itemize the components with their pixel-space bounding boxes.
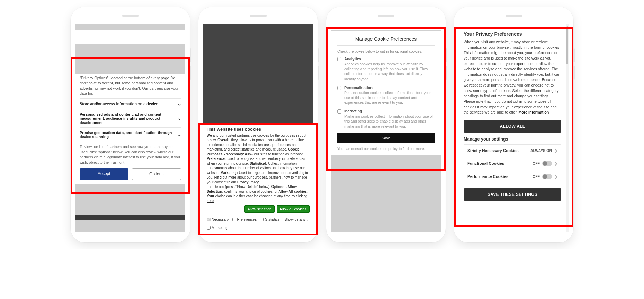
- option-analytics[interactable]: Analytics Analytics cookies help us impr…: [337, 57, 435, 81]
- panel-title: Manage Cookie Preferences: [337, 36, 435, 46]
- phone-side-button: [573, 66, 575, 80]
- option-description: Personalisation cookies collect informat…: [344, 90, 435, 105]
- accept-button[interactable]: Accept: [80, 168, 128, 180]
- phone-screen: Manage Cookie Preferences Check the boxe…: [331, 24, 441, 232]
- phone-side-button: [446, 66, 447, 80]
- toggle-label: Strictly Necessary Cookies: [467, 148, 519, 153]
- accordion-row-personalised-ads[interactable]: Personalised ads and content, ad and con…: [80, 109, 181, 127]
- panel-body: When you visit any website, it may store…: [464, 39, 561, 115]
- checkbox-input[interactable]: [232, 218, 236, 221]
- chevron-right-icon: ❯: [554, 174, 557, 179]
- scrollbar-thumb[interactable]: [566, 26, 568, 64]
- toggle-label: Performance Cookies: [467, 174, 508, 179]
- checkbox-statistics[interactable]: Statistics: [260, 217, 279, 221]
- save-button[interactable]: Save: [337, 133, 435, 143]
- privacy-policy-link[interactable]: Privacy Policy: [237, 180, 259, 184]
- allow-selection-button[interactable]: Allow selection: [244, 205, 275, 213]
- checkbox-necessary[interactable]: Necessary: [207, 217, 229, 221]
- accordion-row-store-access[interactable]: Store and/or access information on a dev…: [80, 98, 181, 109]
- toggle-switch[interactable]: [542, 161, 552, 166]
- checkbox-marketing[interactable]: Marketing: [207, 226, 310, 230]
- dimmed-background: [203, 24, 313, 124]
- dialog-footnote: To view our list of partners and see how…: [80, 144, 181, 165]
- chevron-down-icon: ⌄: [306, 217, 310, 221]
- allow-all-button[interactable]: ALLOW ALL: [464, 120, 561, 133]
- option-marketing[interactable]: Marketing Marketing cookies collect info…: [337, 109, 435, 129]
- option-description: Marketing cookies collect information ab…: [344, 114, 435, 129]
- phone-side-button: [446, 48, 447, 62]
- option-personalisation[interactable]: Personalisation Personalisation cookies …: [337, 85, 435, 105]
- phone-mockup-1: "Privacy Options", located at the bottom…: [71, 7, 190, 242]
- dialog-intro-text: "Privacy Options", located at the bottom…: [80, 75, 181, 96]
- phone-side-button: [573, 48, 575, 62]
- phone-mockup-2: This website uses cookies We and our tru…: [198, 7, 318, 242]
- toggle-switch[interactable]: [542, 174, 552, 179]
- toggle-state: OFF: [533, 174, 540, 179]
- phone-speaker: [122, 15, 139, 17]
- cookie-preferences-panel: Manage Cookie Preferences Check the boxe…: [331, 31, 441, 155]
- checkbox-icon[interactable]: [337, 57, 341, 61]
- phone-screen: "Privacy Options", located at the bottom…: [75, 24, 185, 232]
- chevron-right-icon: ❯: [554, 148, 557, 153]
- chevron-down-icon: ⌄: [177, 101, 181, 106]
- option-label: Personalisation: [344, 85, 435, 90]
- toggle-state: ALWAYS ON: [530, 148, 552, 153]
- privacy-preferences-panel: Your Privacy Preferences When you visit …: [459, 24, 566, 232]
- checkbox-icon[interactable]: [337, 109, 341, 114]
- accordion-row-geolocation[interactable]: Precise geolocation data, and identifica…: [80, 127, 181, 142]
- toggle-row-necessary[interactable]: Strictly Necessary Cookies ALWAYS ON ❯: [464, 144, 561, 157]
- phone-mockup-3: Manage Cookie Preferences Check the boxe…: [326, 7, 446, 242]
- phone-side-button: [190, 66, 191, 80]
- browser-url-bar: [75, 215, 185, 220]
- phone-screen: Your Privacy Preferences When you visit …: [459, 24, 569, 232]
- phone-speaker: [506, 15, 522, 17]
- privacy-dialog: "Privacy Options", located at the bottom…: [75, 74, 185, 184]
- show-details-link[interactable]: Show details⌄: [284, 217, 310, 221]
- option-label: Analytics: [344, 57, 435, 61]
- cookie-policy-link[interactable]: cookie use policy: [370, 147, 398, 151]
- checkbox-input[interactable]: [207, 226, 211, 230]
- banner-title: This website uses cookies: [207, 127, 310, 132]
- toggle-state: OFF: [533, 161, 540, 165]
- accordion-label: Personalised ads and content, ad and con…: [80, 112, 178, 125]
- chevron-right-icon: ❯: [554, 161, 557, 166]
- phone-side-button: [190, 48, 191, 62]
- cookie-banner: This website uses cookies We and our tru…: [203, 124, 313, 232]
- accordion-label: Store and/or access information on a dev…: [80, 102, 158, 106]
- options-button[interactable]: Options: [132, 168, 181, 180]
- toggle-label: Functional Cookies: [467, 161, 504, 165]
- policy-text: You can consult our cookie use policy to…: [337, 147, 435, 151]
- checkbox-input[interactable]: [260, 218, 264, 221]
- allow-all-cookies-button[interactable]: Allow all cookies: [277, 205, 310, 213]
- phone-side-button: [318, 66, 319, 80]
- toggle-row-performance[interactable]: Performance Cookies OFF ❯: [464, 170, 561, 183]
- checkbox-input: [207, 218, 211, 221]
- chevron-down-icon: ⌄: [177, 116, 181, 121]
- option-label: Marketing: [344, 109, 435, 113]
- phone-speaker: [250, 15, 267, 17]
- toggle-row-functional[interactable]: Functional Cookies OFF ❯: [464, 157, 561, 170]
- option-description: Analytics cookies help us improve our we…: [344, 62, 435, 81]
- panel-title: Your Privacy Preferences: [464, 31, 561, 37]
- phone-mockup-4: Your Privacy Preferences When you visit …: [454, 7, 573, 242]
- save-settings-button[interactable]: SAVE THESE SETTINGS: [464, 188, 561, 201]
- phone-side-button: [318, 48, 319, 62]
- checkbox-preferences[interactable]: Preferences: [232, 217, 257, 221]
- accordion-label: Precise geolocation data, and identifica…: [80, 130, 178, 139]
- checkbox-icon[interactable]: [337, 86, 341, 90]
- more-information-link[interactable]: More information: [518, 110, 549, 114]
- chevron-down-icon: ⌄: [177, 132, 181, 137]
- phone-screen: This website uses cookies We and our tru…: [203, 24, 313, 232]
- phone-speaker: [378, 15, 394, 17]
- manage-settings-heading: Manage your settings: [464, 137, 561, 142]
- scrollbar[interactable]: [566, 24, 569, 232]
- panel-hint: Check the boxes below to opt-in for opti…: [337, 49, 435, 53]
- banner-body: We and our trusted partners use cookies …: [207, 133, 310, 203]
